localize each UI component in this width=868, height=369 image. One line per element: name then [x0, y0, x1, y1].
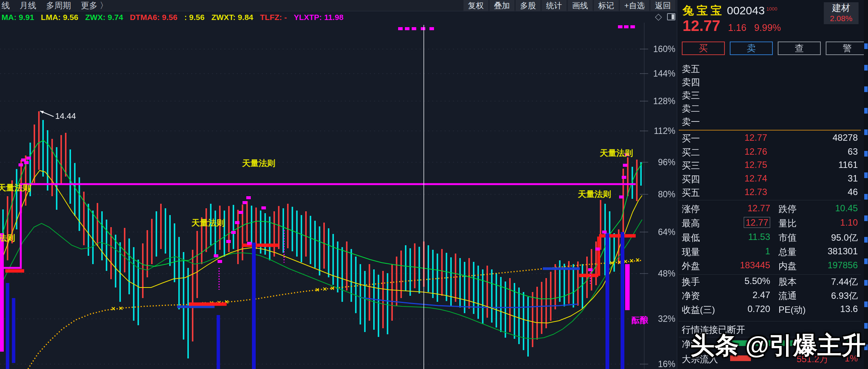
trade-buttons-row: 买卖查警 [682, 42, 868, 55]
buy-volume: 48278 [677, 132, 858, 143]
menu-btn-4[interactable]: 统计 [542, 0, 567, 11]
stats-row-5: 外盘183445内盘197856 [677, 260, 864, 272]
trade-button-2[interactable]: 卖 [730, 42, 773, 55]
menu-btn-3[interactable]: 多股 [516, 0, 541, 11]
peak-price-label: 14.44 [55, 111, 76, 121]
indicator-values-row: MA: 9.91LMA: 9.56ZWX: 9.74DTMA6: 9.56: 9… [2, 13, 344, 22]
stock-superscript-badge: 1000 [766, 6, 777, 12]
tab-1[interactable]: 线 [2, 0, 10, 11]
buy-row-1[interactable]: 买一12.7748278 [677, 132, 864, 145]
right-scrollbar-strip[interactable] [864, 0, 868, 369]
strip-dash [864, 86, 868, 92]
strip-dash [864, 301, 868, 307]
menu-btn-2[interactable]: 叠加 [490, 0, 514, 11]
y-axis-label-112%: 112% [647, 126, 675, 136]
annotation-label-5: 天量法则 [578, 189, 611, 200]
trading-app-window: 线月线多周期更多 〉 复权叠加多股统计画线标记+自选返回 MA: 9.91LMA… [0, 0, 868, 369]
sell-label: 卖四 [682, 76, 700, 88]
trade-button-4[interactable]: 警 [826, 42, 868, 55]
sector-quote-box[interactable]: 建材 2.08% [824, 2, 859, 24]
annotation-label-6: 天量法则 [600, 148, 633, 159]
stats-row-1: 涨停12.77跌停10.45 [677, 203, 864, 215]
strip-dash [864, 237, 868, 243]
stats-row-6: 换手5.50%股本7.44亿 [677, 276, 864, 288]
stat-value: 13.6 [677, 304, 858, 314]
trade-button-1[interactable]: 买 [682, 42, 725, 55]
strip-dash [864, 258, 868, 264]
stat-value: 197856 [677, 260, 858, 271]
period-tabs: 线月线多周期更多 〉 [2, 0, 108, 11]
sell-row-1[interactable]: 卖五 [677, 63, 864, 75]
annotation-label-1: 天量法则 [0, 182, 31, 194]
diamond-marker-icon[interactable]: ◇ [655, 11, 662, 22]
split-layout-icon[interactable] [667, 13, 675, 20]
sell-row-3[interactable]: 卖三 [677, 89, 864, 101]
stock-name: 兔宝宝 [683, 4, 724, 17]
stock-code: 002043 [727, 4, 765, 17]
indicator-3: ZWX: 9.74 [85, 13, 123, 22]
buy-volume: 46 [677, 187, 858, 197]
top-toolbar: 线月线多周期更多 〉 复权叠加多股统计画线标记+自选返回 [0, 0, 677, 11]
strip-dash [864, 323, 868, 329]
strip-dash [864, 65, 868, 71]
strip-dash [864, 280, 868, 286]
sell-row-2[interactable]: 卖四 [677, 76, 864, 88]
stat-value: 7.44亿 [677, 276, 858, 288]
y-axis-label-128%: 128% [647, 96, 675, 106]
stat-value: 95.0亿 [677, 232, 858, 244]
sell-label: 卖三 [682, 89, 700, 101]
kline-chart-canvas[interactable] [0, 11, 677, 369]
sell-row-4[interactable]: 卖二 [677, 103, 864, 115]
price-change: 1.16 [728, 22, 747, 33]
stats-row-8: 收益(三)0.720PE(动)13.6 [677, 304, 864, 316]
strip-dash [864, 151, 868, 157]
buy-volume: 63 [677, 146, 858, 157]
sector-change-pct: 2.08% [824, 14, 859, 23]
sell-label: 卖一 [682, 116, 700, 128]
sector-name: 建材 [824, 2, 859, 14]
stats-row-7: 净资2.47流通6.93亿 [677, 290, 864, 302]
buy-row-3[interactable]: 买三12.751161 [677, 160, 864, 172]
strip-dash [864, 108, 868, 114]
indicator-8: YLXTP: 11.98 [294, 13, 344, 22]
sidebar-divider-1 [679, 200, 861, 200]
quote-sidebar: 兔宝宝 002043 1000 建材 2.08% 12.77 1.16 9.99… [677, 0, 864, 369]
indicator-2: LMA: 9.56 [41, 13, 78, 22]
buy-volume: 31 [677, 173, 858, 184]
stat-value: 1.10 [677, 217, 858, 228]
sell-label: 卖二 [682, 103, 700, 115]
y-axis-label-96%: 96% [647, 157, 675, 168]
y-axis-label-16%: 16% [647, 359, 675, 369]
sell-row-5[interactable]: 卖一 [677, 116, 864, 128]
menu-btn-7[interactable]: +自选 [620, 0, 649, 11]
y-axis-label-64%: 64% [647, 227, 675, 237]
strip-dash [864, 43, 868, 49]
y-axis-label-32%: 32% [647, 314, 675, 324]
tab-4[interactable]: 更多 〉 [81, 0, 108, 11]
menu-btn-6[interactable]: 标记 [594, 0, 619, 11]
buy-row-2[interactable]: 买二12.7663 [677, 146, 864, 158]
indicator-7: TLFZ: - [260, 13, 287, 22]
indicator-6: ZWXT: 9.84 [212, 13, 253, 22]
stats-row-4: 现量1总量381301 [677, 246, 864, 258]
sidebar-divider-2 [679, 274, 861, 275]
y-axis-label-160%: 160% [647, 44, 675, 54]
y-axis-label-80%: 80% [647, 189, 675, 200]
annotation-label-2: 法则 [0, 232, 15, 244]
tab-2[interactable]: 月线 [20, 0, 36, 11]
buy-row-5[interactable]: 买五12.7346 [677, 187, 864, 199]
trade-button-3[interactable]: 查 [778, 42, 821, 55]
menu-btn-8[interactable]: 返回 [650, 0, 675, 11]
tab-3[interactable]: 多周期 [46, 0, 71, 11]
indicator-1: MA: 9.91 [2, 13, 34, 22]
menu-btn-1[interactable]: 复权 [463, 0, 488, 11]
menu-btn-5[interactable]: 画线 [568, 0, 593, 11]
strip-dash [864, 129, 868, 135]
buy-row-4[interactable]: 买四12.7431 [677, 173, 864, 185]
price-change-pct: 9.99% [754, 22, 781, 33]
stat-value: 381301 [677, 246, 858, 257]
watermark-text: 头条 @引爆主升 [690, 329, 866, 362]
strip-dash [864, 194, 868, 200]
buy-volume: 1161 [677, 160, 858, 170]
y-axis-label-48%: 48% [647, 269, 675, 279]
